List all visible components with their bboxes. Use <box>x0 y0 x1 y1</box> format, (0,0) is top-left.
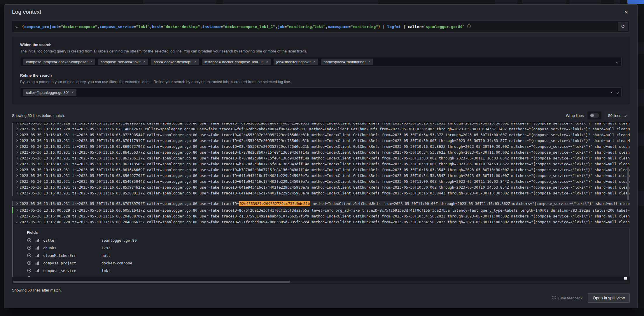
label-filter-chip[interactable]: compose_service="loki"× <box>98 59 148 65</box>
chevron-right-icon[interactable] <box>15 151 18 153</box>
eye-icon[interactable] <box>27 261 32 265</box>
wrap-lines-label: Wrap lines <box>566 113 584 118</box>
open-in-split-view-label: Open in split view <box>593 296 625 300</box>
query-token: = <box>284 24 287 29</box>
query-token: = <box>348 24 351 29</box>
lines-after-group: 2023-05-30 13:16:00.629 ts=2023-05-30T11… <box>12 207 630 225</box>
remove-filter-icon[interactable]: × <box>266 60 268 64</box>
label-filter-chip[interactable]: compose_project="docker-compose"× <box>23 59 95 65</box>
log-row[interactable]: 2023-05-30 13:16:07.228 ts=2023-05-30T11… <box>12 126 630 132</box>
bar-chart-icon[interactable] <box>35 268 40 273</box>
log-row[interactable]: 2023-05-30 13:16:03.931 ts=2023-05-30T11… <box>12 155 630 161</box>
background-button <box>495 0 517 4</box>
remove-filter-icon[interactable]: × <box>143 60 145 64</box>
log-row[interactable]: 2023-05-30 13:16:03.931 ts=2023-05-30T11… <box>12 132 630 138</box>
chevron-right-icon[interactable] <box>15 128 18 130</box>
query-token: = <box>421 24 424 29</box>
matched-log-row[interactable]: 2023-05-30 13:16:03.931 ts=2023-05-30T11… <box>12 201 630 206</box>
label-filter-text: namespace="monitoring" <box>323 60 366 64</box>
remove-filter-icon[interactable]: × <box>194 60 196 64</box>
field-row: compose_projectdocker-compose <box>27 259 624 267</box>
log-row[interactable]: 2023-05-30 13:16:03.931 ts=2023-05-30T11… <box>12 167 630 173</box>
bar-chart-icon[interactable] <box>35 245 40 250</box>
horizontal-scrollbar[interactable] <box>13 281 629 283</box>
log-row[interactable]: 2023-05-30 13:16:03.931 ts=2023-05-30T11… <box>12 143 630 149</box>
background-primary-button <box>627 0 644 4</box>
background-button <box>223 0 378 4</box>
wrap-lines-toggle[interactable] <box>587 111 602 120</box>
remove-filter-icon[interactable]: × <box>368 60 370 64</box>
toggle-knob-icon <box>590 114 594 117</box>
log-row[interactable]: 2023-05-30 13:16:03.931 ts=2023-05-30T11… <box>12 184 630 190</box>
chevron-right-icon[interactable] <box>15 202 18 205</box>
close-icon[interactable]: × <box>623 9 630 16</box>
log-text-segment: 2023-05-30 13:16:07.228 ts=2023-05-30T11… <box>20 127 630 131</box>
field-value: null <box>102 253 110 258</box>
eye-icon[interactable] <box>27 276 32 277</box>
vertical-scrollbar-thumb[interactable] <box>627 167 629 200</box>
give-feedback-link[interactable]: Give feedback <box>552 296 582 300</box>
log-row[interactable]: 2023-05-30 13:16:03.931 ts=2023-05-30T11… <box>12 161 630 167</box>
log-details-panel: Fields callerspanlogger.go:80chunks1792c… <box>12 225 630 277</box>
chevron-right-icon[interactable] <box>15 215 18 217</box>
chevron-right-icon[interactable] <box>15 157 18 159</box>
label-filter-chip[interactable]: job="monitoring/loki"× <box>274 59 318 65</box>
revert-query-button[interactable]: ↺ <box>618 22 628 31</box>
open-in-split-view-button[interactable]: Open in split view <box>588 293 630 303</box>
chevron-down-icon[interactable] <box>616 91 619 94</box>
chevron-down-icon[interactable] <box>616 60 619 63</box>
chevron-down-icon[interactable] <box>15 221 18 223</box>
log-row[interactable]: 2023-05-30 13:16:00.228 ts=2023-05-30T11… <box>12 213 630 219</box>
extracted-label-chip[interactable]: caller="spanlogger.go:80"× <box>23 89 76 96</box>
bar-chart-icon[interactable] <box>35 261 40 265</box>
chevron-down-icon[interactable] <box>15 25 18 28</box>
chevron-right-icon[interactable] <box>15 123 18 124</box>
eye-icon[interactable] <box>27 238 32 243</box>
remove-filter-icon[interactable]: × <box>90 60 92 64</box>
clear-icon[interactable]: × <box>610 90 613 95</box>
chevron-right-icon[interactable] <box>15 168 18 171</box>
chevron-right-icon[interactable] <box>15 163 18 165</box>
chevron-right-icon[interactable] <box>15 180 18 182</box>
log-row[interactable]: 2023-05-30 13:16:03.931 ts=2023-05-30T11… <box>12 190 630 196</box>
chevron-right-icon[interactable] <box>15 139 18 142</box>
chevron-right-icon[interactable] <box>15 209 18 211</box>
lines-count-select[interactable]: 50 lines <box>605 111 630 120</box>
label-filter-chip[interactable]: instance="docker-compose_loki_1"× <box>202 59 271 65</box>
eye-icon[interactable] <box>27 253 32 258</box>
refine-labels-input[interactable]: caller="spanlogger.go:80"× × <box>20 87 622 97</box>
horizontal-scrollbar-thumb[interactable] <box>13 281 290 283</box>
log-text-segment: 2023-05-30 13:16:03.931 ts=2023-05-30T11… <box>20 185 630 189</box>
bar-chart-icon[interactable] <box>35 238 40 243</box>
field-row: container_namedocker-compose_loki_1 <box>27 274 624 277</box>
chevron-right-icon[interactable] <box>15 174 18 177</box>
field-row: compose_serviceloki <box>27 267 624 274</box>
label-filter-text: job="monitoring/loki" <box>276 60 311 64</box>
chevron-right-icon[interactable] <box>15 134 18 136</box>
log-row[interactable]: 2023-05-30 13:16:03.931 ts=2023-05-30T11… <box>12 149 630 155</box>
log-row[interactable]: 2023-05-30 13:16:03.931 ts=2023-05-30T11… <box>12 201 630 206</box>
log-row[interactable]: 2023-05-30 13:16:03.931 ts=2023-05-30T11… <box>12 178 630 184</box>
chevron-right-icon[interactable] <box>15 145 18 148</box>
log-row[interactable]: 2023-05-30 13:16:03.931 ts=2023-05-30T11… <box>12 138 630 143</box>
log-row[interactable]: 2023-05-30 13:16:07.228 ts=2023-05-30T11… <box>12 123 630 126</box>
log-context-scroll-area[interactable]: 2023-05-30 13:16:07.228 ts=2023-05-30T11… <box>12 122 630 284</box>
resize-handle[interactable] <box>624 277 627 280</box>
log-row[interactable]: 2023-05-30 13:16:00.629 ts=2023-05-30T11… <box>12 207 630 213</box>
chevron-down-icon <box>624 114 627 117</box>
log-row[interactable]: 2023-05-30 13:16:03.931 ts=2023-05-30T11… <box>12 173 630 178</box>
eye-icon[interactable] <box>27 245 32 250</box>
log-row[interactable]: 2023-05-30 13:16:00.228 ts=2023-05-30T11… <box>12 219 630 225</box>
eye-icon[interactable] <box>27 268 32 273</box>
chevron-right-icon[interactable] <box>15 192 18 194</box>
chevron-right-icon[interactable] <box>15 186 18 188</box>
widen-labels-input[interactable]: compose_project="docker-compose"×compose… <box>20 57 622 67</box>
remove-filter-icon[interactable]: × <box>72 90 74 94</box>
log-text-segment: 2023-05-30 13:16:03.931 ts=2023-05-30T11… <box>20 191 630 195</box>
label-filter-chip[interactable]: namespace="monitoring"× <box>321 59 373 65</box>
remove-filter-icon[interactable]: × <box>313 60 315 64</box>
bar-chart-icon[interactable] <box>35 276 40 277</box>
bar-chart-icon[interactable] <box>35 253 40 258</box>
label-filter-chip[interactable]: host="docker-desktop"× <box>151 59 199 65</box>
query-token: logfmt <box>387 24 401 29</box>
